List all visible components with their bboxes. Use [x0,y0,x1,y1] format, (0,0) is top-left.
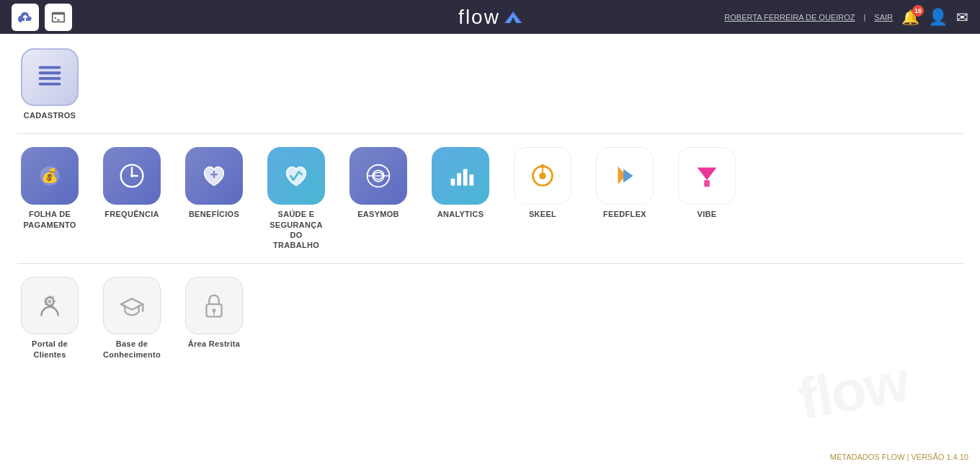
svg-rect-23 [704,180,710,187]
feedflex-label: FEEDFLEX [603,209,646,219]
bell-badge: 16 [912,5,924,17]
frequencia-label: FREQUÊNCIA [104,209,159,219]
frequencia-icon [103,147,161,205]
base-label: Base deConhecimento [103,339,161,360]
main-header: flow ROBERTA FERREIRA DE QUEIROZ | SAIR … [0,0,980,34]
analytics-label: ANALYTICS [437,209,484,219]
header-left [12,4,72,31]
svg-rect-5 [39,83,61,86]
header-logo: flow [458,6,522,29]
svg-rect-3 [39,71,61,74]
cloud-icon-button[interactable] [12,4,39,31]
cadastros-item[interactable]: CADASTROS [17,48,82,120]
svg-text:💰: 💰 [41,167,58,184]
restrita-item[interactable]: Área Restrita [182,277,246,360]
divider-2 [17,263,963,264]
svg-point-11 [130,174,133,177]
vibe-label: VIBE [698,209,717,219]
easymob-label: EASYMOB [357,209,399,219]
portal-item[interactable]: Portal de Clientes [17,277,82,360]
beneficios-item[interactable]: BENEFÍCIOS [182,147,246,250]
header-sep: | [863,13,865,22]
beneficios-label: BENEFÍCIOS [189,209,239,219]
easymob-icon [349,147,407,205]
terminal-icon-button[interactable] [45,4,72,31]
feedflex-item[interactable]: FEEDFLEX [592,147,657,250]
svg-rect-4 [39,77,61,80]
section-cadastros: CADASTROS [17,48,963,120]
bell-button[interactable]: 🔔 16 [901,9,919,26]
skeel-item[interactable]: SKEEL [510,147,575,250]
base-item[interactable]: Base deConhecimento [99,277,164,360]
divider-1 [17,133,963,134]
sair-link[interactable]: SAIR [874,13,893,22]
header-right: ROBERTA FERREIRA DE QUEIROZ | SAIR 🔔 16 … [724,8,968,27]
person-icon[interactable]: 👤 [928,8,948,27]
restrita-label: Área Restrita [188,339,240,349]
cadastros-label: CADASTROS [24,110,76,120]
user-name-link[interactable]: ROBERTA FERREIRA DE QUEIROZ [724,13,855,22]
svg-rect-15 [451,179,455,186]
svg-rect-16 [457,173,461,185]
folha-icon: 💰 [21,147,79,205]
svg-point-21 [540,164,545,169]
footer-text: METADADOS FLOW | VERSÃO 1.4.10 [830,453,968,461]
skeel-icon [514,147,571,205]
vibe-icon [678,147,736,205]
saude-label: SAÚDE ESEGURANÇA DOTRABALHO [264,209,329,250]
svg-point-20 [539,173,546,180]
skeel-label: SKEEL [529,209,556,219]
restrita-icon [185,277,243,334]
logo-text: flow [458,6,500,29]
svg-rect-17 [463,169,468,186]
frequencia-item[interactable]: FREQUÊNCIA [99,147,164,250]
section-extra: Portal de Clientes Base deConhecimento [17,277,963,360]
main-content: CADASTROS 💰 FOLHA DEPAGAMENTO [0,34,980,467]
portal-icon [21,277,79,334]
watermark: flow [793,349,913,433]
base-icon [103,277,161,334]
saude-item[interactable]: SAÚDE ESEGURANÇA DOTRABALHO [264,147,329,250]
folha-label: FOLHA DEPAGAMENTO [23,209,76,230]
logo-arrow-icon [504,11,522,24]
section-apps: 💰 FOLHA DEPAGAMENTO FREQUÊNCIA [17,147,963,250]
folha-item[interactable]: 💰 FOLHA DEPAGAMENTO [17,147,82,250]
saude-icon [267,147,325,205]
svg-rect-18 [469,174,473,185]
svg-point-25 [48,300,52,304]
feedflex-icon [596,147,654,205]
beneficios-icon [185,147,243,205]
mail-icon[interactable]: ✉ [956,9,968,26]
cadastros-icon [21,48,79,106]
easymob-item[interactable]: EASYMOB [346,147,411,250]
analytics-item[interactable]: ANALYTICS [428,147,493,250]
vibe-item[interactable]: VIBE [674,147,739,250]
footer: METADADOS FLOW | VERSÃO 1.4.10 [819,447,980,467]
portal-label: Portal de Clientes [17,339,82,360]
analytics-icon [432,147,489,205]
svg-rect-2 [39,66,61,69]
